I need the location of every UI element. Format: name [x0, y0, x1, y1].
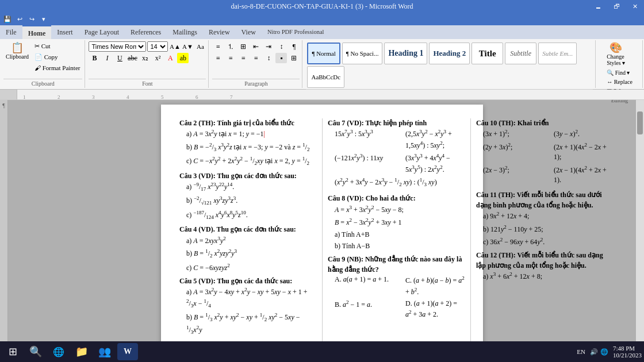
window-title: dai-so-8-DE-CUONG-ON-TAP-GIUA-KI-1 (3) -… [231, 2, 413, 10]
align-right-button[interactable]: ≡ [237, 53, 249, 63]
tab-mailings[interactable]: Mailings [167, 25, 203, 39]
clear-format-button[interactable]: Aa [194, 41, 206, 52]
borders-button[interactable]: ⊞ [288, 53, 300, 63]
text-color-button[interactable]: A [164, 53, 176, 63]
tab-review[interactable]: Review [203, 25, 236, 39]
quick-access-toolbar: 💾 ↩ ↪ ▾ [0, 13, 644, 25]
undo-icon[interactable]: ↩ [14, 14, 25, 24]
window-controls: 🗕 🗗 ✕ [589, 0, 644, 13]
sort-button[interactable]: ↕ [275, 41, 287, 52]
show-marks-button[interactable]: ¶ [288, 41, 300, 52]
ruler-mark-6: 6 [195, 94, 198, 100]
start-button[interactable]: ⊞ [2, 343, 23, 360]
style-heading2[interactable]: Heading 2 [429, 43, 470, 64]
font-shrink-button[interactable]: A▼ [182, 41, 193, 52]
highlight-button[interactable]: ab [177, 53, 189, 63]
q10-5: (2x + 1)(4x2 − 2x + 1); [554, 141, 613, 163]
tab-insert[interactable]: Insert [51, 25, 78, 39]
style-heading1[interactable]: Heading 1 [384, 43, 427, 64]
taskbar-word[interactable]: W [117, 343, 138, 360]
strikethrough-button[interactable]: abc [126, 53, 138, 63]
align-left-button[interactable]: ≡ [212, 53, 224, 63]
save-icon[interactable]: 💾 [2, 14, 13, 24]
cut-button[interactable]: ✂ Cut [32, 41, 82, 51]
q10-4: (3y − x)2. [554, 128, 613, 139]
q8-b: b) Tính A−B [335, 241, 465, 251]
change-styles-button[interactable]: 🎨 ChangeStyles ▾ [604, 41, 627, 67]
paste-button[interactable]: 📋 Clipboard [3, 41, 31, 61]
style-subtitle[interactable]: Subtitle [505, 43, 536, 64]
italic-button[interactable]: I [101, 53, 113, 63]
copy-button[interactable]: 📄 Copy [32, 52, 82, 62]
taskbar-teams[interactable]: 👥 [94, 343, 115, 360]
style-title[interactable]: Title [471, 43, 503, 64]
align-center-button[interactable]: ≡ [225, 53, 236, 63]
q11-b: b) 121y2 − 110y + 25; [483, 224, 613, 234]
taskbar-search[interactable]: 🔍 [25, 343, 46, 360]
superscript-button[interactable]: x² [152, 53, 163, 63]
font-grow-button[interactable]: A▲ [169, 41, 181, 52]
line-spacing-button[interactable]: ↕ [263, 53, 274, 63]
taskbar: ⊞ 🔍 🌐 📁 👥 W EN 🔊🌐 7:48 PM 10/21/2023 [0, 341, 644, 362]
tab-nitro[interactable]: Nitro PDF Professional [262, 25, 330, 39]
clipboard-buttons: 📋 Clipboard ✂ Cut 📄 Copy 🖌 Format Painte… [3, 41, 82, 79]
q7-5: (3x3y3 + 4x4y4 − 5x3y5) : 2x2y2. [405, 152, 465, 175]
tab-references[interactable]: References [125, 25, 167, 39]
ruler-mark-1: 1 [23, 94, 26, 100]
find-button[interactable]: 🔍 Find ▾ [604, 68, 635, 77]
question-2: Câu 2 (TH): Tính giá trị của biểu thức a… [179, 118, 316, 168]
shading-button[interactable]: ▪ [275, 53, 287, 63]
subscript-button[interactable]: x₂ [139, 53, 151, 63]
maximize-button[interactable]: 🗗 [607, 0, 626, 13]
styles-area: ¶ Normal ¶ No Spaci... Heading 1 Heading… [306, 41, 593, 89]
bold-button[interactable]: B [89, 53, 100, 63]
format-painter-button[interactable]: 🖌 Format Painter [32, 63, 82, 72]
dropdown-icon[interactable]: ▾ [39, 14, 49, 24]
tab-file[interactable]: File [0, 25, 22, 39]
redo-icon[interactable]: ↪ [26, 14, 37, 24]
list-row: ≡ ⒈ ⊞ ⇤ ⇥ ↕ ¶ [212, 41, 300, 52]
increase-indent-button[interactable]: ⇥ [263, 41, 274, 52]
q9-C: C. (a + b)(a − b) = a2 + b2. [405, 275, 465, 297]
font-size-select[interactable]: 14 [147, 41, 168, 52]
q7-title: Câu 7 (VD): Thực hiện phép tính [328, 118, 465, 128]
decrease-indent-button[interactable]: ⇤ [250, 41, 262, 52]
style-subtle-em[interactable]: Subtle Em... [538, 43, 577, 64]
question-3: Câu 3 (VD): Thu gọn các đơn thức sau: a)… [179, 171, 316, 222]
paragraph-label: Paragraph [212, 79, 300, 87]
tab-view[interactable]: View [236, 25, 262, 39]
numbering-button[interactable]: ⒈ [225, 41, 236, 52]
style-aabbccdc[interactable]: AaBbCcDc [307, 66, 344, 88]
q11-c: c) 36x2 − 96xy + 64y2. [483, 236, 613, 247]
system-tray: 🔊🌐 [590, 348, 608, 356]
q3-c: c) −187/124 x4y6x8y5z10. [186, 209, 316, 221]
multilevel-button[interactable]: ⊞ [237, 41, 249, 52]
justify-button[interactable]: ≡ [250, 53, 262, 63]
close-button[interactable]: ✕ [626, 0, 644, 13]
tab-page-layout[interactable]: Page Layout [79, 25, 125, 39]
q7-3: (x2y2 + 3x4y − 2x3y − 1/2 xy) : (1/3 xy) [335, 176, 465, 188]
document-scroll-area[interactable]: Câu 2 (TH): Tính giá trị của biểu thức a… [8, 100, 636, 349]
q9-A: A. a(a + 1) = a + 1. [335, 275, 394, 297]
q4-c: c) C = −6xyzyz2 [186, 262, 316, 273]
style-normal[interactable]: ¶ Normal [307, 43, 340, 64]
font-controls: Times New Rom 14 A▲ A▼ Aa B I U abc x₂ x… [89, 41, 206, 79]
q3-title: Câu 3 (VD): Thu gọn các đơn thức sau: [179, 171, 316, 181]
q10-6: (2x − 1)(4x2 + 2x + 1). [554, 164, 613, 186]
underline-button[interactable]: U [114, 53, 125, 63]
taskbar-browser[interactable]: 🌐 [48, 343, 69, 360]
title-bar: dai-so-8-DE-CUONG-ON-TAP-GIUA-KI-1 (3) -… [0, 0, 644, 13]
scroll-thumb[interactable] [637, 111, 643, 134]
clipboard-group: 📋 Clipboard ✂ Cut 📄 Copy 🖌 Format Painte… [1, 40, 85, 88]
font-name-select[interactable]: Times New Rom [89, 41, 146, 52]
vertical-scrollbar[interactable] [636, 100, 644, 349]
q8-a: a) Tính A+B [335, 230, 465, 240]
q4-title: Câu 4 (VD). Thu gọn các đơn thức sau: [179, 225, 316, 234]
taskbar-folder[interactable]: 📁 [71, 343, 92, 360]
paste-icon: 📋 [11, 43, 24, 53]
tab-home[interactable]: Home [22, 25, 52, 39]
minimize-button[interactable]: 🗕 [589, 0, 607, 13]
style-no-spacing[interactable]: ¶ No Spaci... [342, 43, 383, 64]
replace-button[interactable]: ↔ Replace [604, 78, 635, 86]
bullets-button[interactable]: ≡ [212, 41, 224, 52]
